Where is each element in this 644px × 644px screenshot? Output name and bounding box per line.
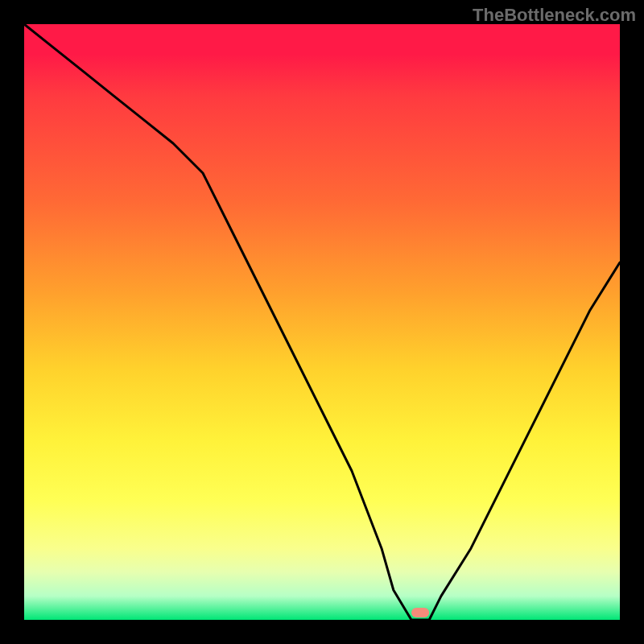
chart-svg (24, 24, 620, 620)
watermark-text: TheBottleneck.com (473, 5, 636, 26)
bottleneck-curve-path (24, 24, 620, 620)
plot-area (24, 24, 620, 620)
chart-container: TheBottleneck.com (0, 0, 644, 644)
optimum-marker (411, 608, 429, 617)
